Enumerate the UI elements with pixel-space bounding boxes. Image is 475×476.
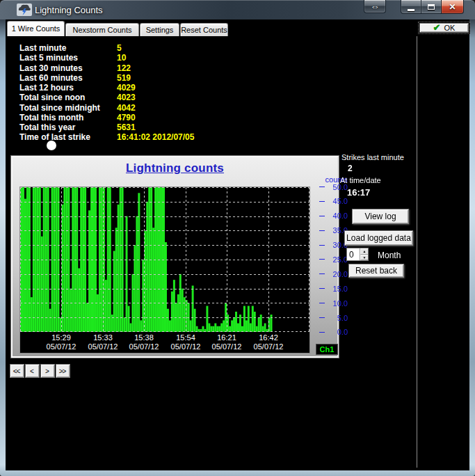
y-tick: 10.0 (309, 299, 348, 308)
minimize-icon (408, 9, 414, 11)
storm-icon (17, 3, 32, 16)
load-logged-data-button[interactable]: Load logged data (344, 230, 413, 246)
stat-row: Time of last strike16:41:02 2012/07/05 (19, 132, 194, 142)
stat-label: Last 30 minutes (19, 63, 117, 73)
status-led (47, 141, 56, 150)
maximize-icon (428, 4, 435, 10)
stat-value: 4029 (117, 83, 136, 93)
y-tick: 20.0 (309, 269, 348, 278)
y-tick: 35.0 (309, 226, 348, 235)
title-bar[interactable]: Lightning Counts ⇔ ✕ (0, 0, 475, 19)
spinner-down-button[interactable]: ▼ (360, 255, 368, 261)
stat-row: Last 30 minutes122 (19, 63, 194, 73)
strikes-last-minute-value: 2 (348, 164, 353, 173)
window-title: Lightning Counts (35, 5, 103, 15)
chart-canvas (20, 187, 309, 332)
stat-row: Total since noon4023 (19, 93, 194, 102)
stat-value: 10 (117, 53, 126, 63)
chart-panel: Lightning counts 15:2905/07/12 15:3305/0… (11, 156, 339, 358)
x-tick: 16:4205/07/12 (254, 333, 284, 351)
y-tick: 30.0 (309, 241, 348, 250)
tab-nexstorm-counts[interactable]: Nexstorm Counts (65, 23, 139, 36)
month-input[interactable] (347, 248, 360, 260)
stat-value: 4790 (117, 113, 136, 122)
stat-value: 5631 (117, 122, 136, 132)
scroll-left-button[interactable]: < (25, 364, 40, 378)
stat-label: Total this year (19, 122, 117, 132)
strikes-last-minute-label: Strikes last minute (341, 153, 404, 161)
x-tick: 15:3805/07/12 (129, 333, 159, 351)
stat-label: Last 60 minutes (19, 73, 117, 83)
stat-row: Total since midnight4042 (19, 103, 194, 113)
plot-area: 15:2905/07/12 15:3305/07/12 15:3805/07/1… (19, 187, 310, 354)
stat-value: 519 (117, 73, 131, 83)
stat-label: Total since midnight (19, 103, 117, 113)
check-icon: ✔ (433, 24, 441, 31)
stat-label: Time of last strike (19, 132, 117, 142)
scroll-right-button[interactable]: > (40, 364, 55, 378)
app-window: Lightning Counts ⇔ ✕ 1 Wire Counts Nexst… (0, 0, 475, 476)
stat-label: Total this month (19, 113, 117, 122)
y-tick: 5.0 (309, 313, 348, 322)
chart-title: Lightning counts (13, 161, 337, 175)
stat-row: Last 60 minutes519 (19, 73, 194, 83)
x-tick: 15:2905/07/12 (47, 333, 77, 351)
stat-value: 5 (117, 43, 122, 53)
stat-row: Last 5 minutes10 (19, 53, 194, 63)
stat-label: Total since noon (19, 93, 117, 102)
reset-back-button[interactable]: Reset back (348, 264, 404, 278)
x-tick: 15:5405/07/12 (171, 333, 201, 351)
tab-reset-counts[interactable]: Reset Counts (180, 23, 228, 36)
stat-value: 16:41:02 2012/07/05 (117, 132, 194, 142)
resize-arrows-icon: ⇔ (371, 1, 380, 12)
scroll-last-button[interactable]: >> (56, 364, 70, 378)
stat-label: Last 12 hours (19, 83, 117, 93)
at-time-date-value: 16:17 (347, 187, 370, 198)
tab-label: Settings (146, 26, 174, 34)
y-tick: 45.0 (309, 197, 348, 206)
tab-page-divider (417, 36, 417, 468)
maximize-button[interactable] (421, 0, 441, 14)
spinner-up-button[interactable]: ▲ (360, 248, 368, 255)
stat-row: Last minute5 (19, 43, 194, 53)
y-axis-labels: 50.0 45.0 40.0 35.0 30.0 25.0 20.0 15.0 … (309, 182, 348, 337)
month-label: Month (378, 251, 401, 260)
ok-button-label: OK (444, 24, 456, 32)
stat-row: Total this month4790 (19, 113, 194, 122)
y-tick: 15.0 (309, 284, 348, 293)
view-log-button[interactable]: View log (352, 209, 409, 224)
stat-value: 122 (117, 63, 131, 73)
minimize-button[interactable] (401, 0, 421, 14)
y-tick: 40.0 (309, 212, 348, 221)
tab-label: Nexstorm Counts (73, 26, 132, 34)
ok-button[interactable]: ✔ OK (419, 23, 469, 33)
close-button[interactable]: ✕ (441, 0, 464, 14)
resize-toggle-button[interactable]: ⇔ (364, 0, 386, 13)
tab-label: 1 Wire Counts (12, 24, 61, 33)
x-tick: 15:3305/07/12 (88, 333, 118, 351)
scroll-first-button[interactable]: << (10, 364, 24, 378)
stat-label: Last 5 minutes (19, 53, 117, 63)
month-spinner: ▲ ▼ (346, 248, 369, 261)
stat-label: Last minute (19, 43, 117, 53)
stat-row: Last 12 hours4029 (19, 83, 194, 93)
tab-1-wire-counts[interactable]: 1 Wire Counts (7, 21, 65, 36)
stat-value: 4042 (117, 103, 136, 113)
channel-badge: Ch1 (316, 344, 338, 355)
x-axis-labels: 15:2905/07/12 15:3305/07/12 15:3805/07/1… (20, 333, 309, 354)
lightning-statistics: Last minute5 Last 5 minutes10 Last 30 mi… (19, 43, 194, 143)
stat-row: Total this year5631 (19, 122, 194, 132)
x-tick: 16:2105/07/12 (212, 333, 242, 351)
chart-nav-buttons: << < > >> (10, 364, 70, 378)
y-tick: 0.0 (309, 328, 348, 337)
y-tick: 25.0 (309, 255, 348, 264)
tab-label: Reset Counts (181, 26, 227, 34)
stat-value: 4023 (117, 93, 136, 102)
at-time-date-label: At time/date (340, 176, 381, 184)
close-icon: ✕ (449, 2, 456, 12)
ok-button-focus-frame: ✔ OK (418, 22, 470, 34)
tab-settings[interactable]: Settings (140, 23, 179, 36)
